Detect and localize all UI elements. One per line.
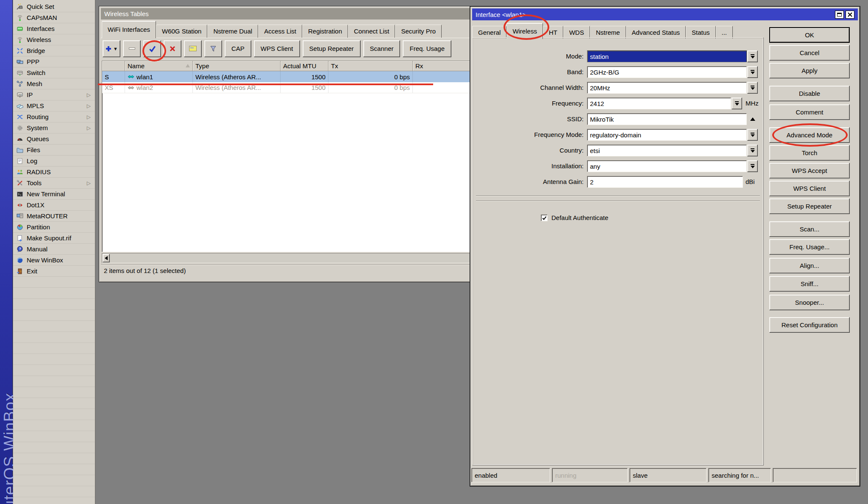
sidebar-item-radius[interactable]: RADIUS [13, 167, 95, 178]
sidebar-item-make-supout[interactable]: Make Supout.rif [13, 233, 95, 244]
disable-button[interactable] [164, 40, 181, 57]
frequency-mode-label: Frequency Mode: [473, 129, 584, 141]
sidebar-label: New Terminal [27, 190, 65, 198]
setup-repeater-button[interactable]: Setup Repeater [769, 198, 850, 214]
pie-icon [17, 224, 23, 231]
default-authenticate-checkbox[interactable] [541, 214, 548, 221]
filter-button[interactable] [204, 40, 222, 57]
tab-wireless[interactable]: Wireless [506, 23, 543, 39]
sidebar-item-mpls[interactable]: MPLS ▷ [13, 100, 95, 111]
align-button[interactable]: Align... [769, 258, 850, 273]
ok-button[interactable]: OK [769, 27, 850, 43]
tab-nstreme[interactable]: Nstreme [590, 26, 626, 39]
maximize-button[interactable] [835, 11, 844, 19]
tab-registration[interactable]: Registration [302, 25, 348, 38]
scroll-left-icon[interactable] [103, 254, 110, 262]
enable-button[interactable] [143, 40, 161, 57]
country-input[interactable]: etsi [587, 145, 747, 156]
submenu-arrow-icon: ▷ [87, 125, 91, 131]
tab-more[interactable]: ... [716, 26, 733, 39]
band-input[interactable]: 2GHz-B/G [587, 66, 747, 78]
wps-accept-button[interactable]: WPS Accept [769, 163, 850, 178]
setup-repeater-button[interactable]: Setup Repeater [303, 40, 361, 57]
sidebar-item-mesh[interactable]: Mesh [13, 78, 95, 89]
column-header-type[interactable]: Type [193, 61, 281, 71]
installation-input[interactable]: any [587, 160, 747, 172]
tab-nstreme-dual[interactable]: Nstreme Dual [207, 25, 258, 38]
add-button[interactable]: ▼ [103, 40, 120, 57]
sidebar-item-ppp[interactable]: PPP [13, 56, 95, 67]
apply-button[interactable]: Apply [769, 63, 850, 78]
freq-usage-button[interactable]: Freq. Usage... [769, 239, 850, 255]
scanner-button[interactable]: Scanner [363, 40, 401, 57]
column-header-name[interactable]: Name [125, 61, 193, 71]
channel-width-dropdown-icon[interactable] [747, 82, 758, 94]
wps-client-button[interactable]: WPS Client [254, 40, 300, 57]
sidebar-item-manual[interactable]: ? Manual [13, 244, 95, 255]
ssid-collapse-icon[interactable] [747, 113, 758, 125]
cancel-button[interactable]: Cancel [769, 45, 850, 61]
advanced-mode-button[interactable]: Advanced Mode [769, 127, 850, 143]
dot1x-icon [17, 202, 23, 209]
sidebar-item-exit[interactable]: Exit [13, 266, 95, 277]
sidebar-item-ip[interactable]: 255 IP ▷ [13, 89, 95, 100]
installation-dropdown-icon[interactable] [747, 160, 758, 172]
close-button[interactable] [846, 11, 854, 19]
antenna-gain-input[interactable]: 2 [587, 176, 743, 188]
band-dropdown-icon[interactable] [747, 66, 758, 78]
sidebar-item-switch[interactable]: Switch [13, 67, 95, 78]
sidebar-item-log[interactable]: Log [13, 156, 95, 167]
sidebar-item-new-terminal[interactable]: New Terminal [13, 189, 95, 200]
column-header-flag[interactable] [102, 61, 125, 71]
freq-usage-button[interactable]: Freq. Usage [403, 40, 451, 57]
ssid-input[interactable]: MikroTik [587, 113, 747, 125]
reset-configuration-button[interactable]: Reset Configuration [769, 317, 850, 333]
tab-advanced-status[interactable]: Advanced Status [626, 26, 686, 39]
torch-button[interactable]: Torch [769, 145, 850, 161]
interface-wlan1-dialog: Interface <wlan1> General Wireless HT WD… [470, 6, 860, 487]
column-header-actual-mtu[interactable]: Actual MTU [281, 61, 328, 71]
wps-client-button[interactable]: WPS Client [769, 181, 850, 196]
frequency-mode-dropdown-icon[interactable] [747, 129, 758, 141]
scan-button[interactable]: Scan... [769, 221, 850, 237]
sidebar-item-queues[interactable]: Queues [13, 134, 95, 145]
frequency-dropdown-icon[interactable] [732, 97, 742, 109]
sidebar-item-dot1x[interactable]: Dot1X [13, 200, 95, 211]
mode-dropdown-icon[interactable] [747, 50, 758, 62]
sniff-button[interactable]: Sniff... [769, 276, 850, 292]
sidebar-item-system[interactable]: System ▷ [13, 123, 95, 134]
tab-w60g-station[interactable]: W60G Station [156, 25, 207, 38]
tab-wds[interactable]: WDS [563, 26, 590, 39]
column-header-tx[interactable]: Tx [328, 61, 413, 71]
tab-security-profiles[interactable]: Security Pro [395, 25, 442, 38]
dialog-titlebar[interactable]: Interface <wlan1> [472, 8, 858, 20]
disable-button[interactable]: Disable [769, 86, 850, 101]
comment-button[interactable] [184, 40, 202, 57]
mode-input[interactable]: station [587, 50, 747, 62]
snooper-button[interactable]: Snooper... [769, 295, 850, 310]
tab-connect-list[interactable]: Connect List [348, 25, 395, 38]
sidebar-item-files[interactable]: Files [13, 145, 95, 156]
sidebar-item-quick-set[interactable]: Quick Set [13, 1, 95, 12]
sidebar-item-capsman[interactable]: CAPsMAN [13, 12, 95, 23]
frequency-mode-input[interactable]: regulatory-domain [587, 129, 747, 141]
cap-button[interactable]: CAP [225, 40, 251, 57]
sidebar-item-routing[interactable]: Routing ▷ [13, 111, 95, 123]
tab-wifi-interfaces[interactable]: WiFi Interfaces [102, 21, 156, 38]
sidebar-item-bridge[interactable]: Bridge [13, 45, 95, 56]
sidebar-item-wireless[interactable]: Wireless [13, 34, 95, 45]
channel-width-input[interactable]: 20MHz [587, 82, 747, 94]
remove-button[interactable] [123, 40, 141, 57]
sidebar-item-interfaces[interactable]: Interfaces [13, 23, 95, 34]
tab-general[interactable]: General [472, 26, 506, 39]
tab-access-list[interactable]: Access List [258, 25, 302, 38]
country-dropdown-icon[interactable] [747, 145, 758, 156]
sidebar-item-metarouter[interactable]: MetaROUTER [13, 211, 95, 222]
sidebar-item-new-winbox[interactable]: New WinBox [13, 255, 95, 266]
frequency-input[interactable]: 2412 [587, 97, 731, 109]
tab-status[interactable]: Status [686, 26, 716, 39]
comment-button[interactable]: Comment [769, 104, 850, 120]
sidebar-item-partition[interactable]: Partition [13, 222, 95, 233]
tab-ht[interactable]: HT [543, 26, 563, 39]
sidebar-item-tools[interactable]: Tools ▷ [13, 178, 95, 189]
